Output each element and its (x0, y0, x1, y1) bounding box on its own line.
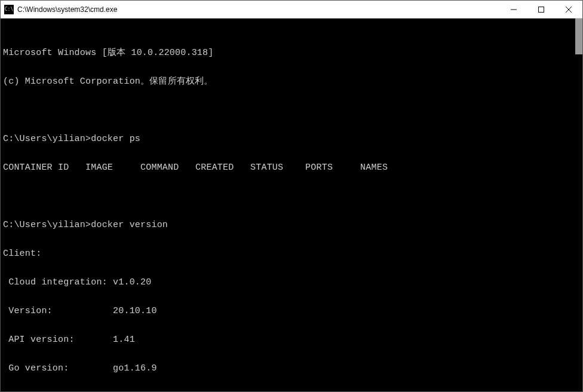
minimize-button[interactable] (500, 1, 527, 18)
close-button[interactable] (555, 1, 582, 18)
output-line: (c) Microsoft Corporation。保留所有权利。 (3, 77, 580, 87)
output-line: Cloud integration: v1.0.20 (3, 278, 580, 287)
window-controls (500, 1, 582, 18)
svg-rect-1 (539, 7, 544, 12)
output-line: API version: 1.41 (3, 335, 580, 345)
output-line (3, 106, 580, 115)
output-line: Go version: go1.16.9 (3, 364, 580, 373)
output-line: CONTAINER ID IMAGE COMMAND CREATED STATU… (3, 163, 580, 173)
maximize-button[interactable] (527, 1, 555, 18)
output-line (3, 192, 580, 201)
output-line: Client: (3, 249, 580, 259)
scrollbar-thumb[interactable] (575, 19, 582, 54)
cmd-icon: C:\ (4, 5, 14, 14)
prompt-line: C:\Users\yilian>docker version (3, 220, 580, 230)
terminal-output[interactable]: Microsoft Windows [版本 10.0.22000.318] (c… (1, 19, 582, 391)
prompt-line: C:\Users\yilian>docker ps (3, 134, 580, 144)
output-line: Version: 20.10.10 (3, 307, 580, 316)
titlebar: C:\ C:\Windows\system32\cmd.exe (1, 1, 582, 19)
window-title: C:\Windows\system32\cmd.exe (17, 5, 500, 14)
output-line: Microsoft Windows [版本 10.0.22000.318] (3, 48, 580, 58)
